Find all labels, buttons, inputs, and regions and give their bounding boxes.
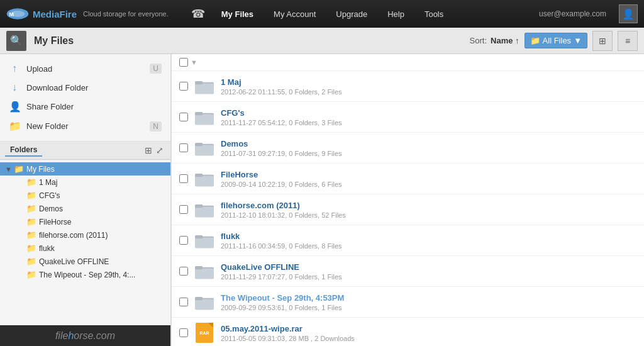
- row-checkbox-quakelive[interactable]: [179, 267, 188, 276]
- tree-item-flukk[interactable]: 📁 flukk: [0, 242, 170, 255]
- tree-item-demos[interactable]: 📁 Demos: [0, 202, 170, 215]
- view-grid-button[interactable]: ⊞: [592, 31, 613, 51]
- tree-item-filehorse[interactable]: 📁 FileHorse: [0, 215, 170, 228]
- tree-item-1-maj[interactable]: 📁 1 Maj: [0, 176, 170, 189]
- download-folder-label: Download Folder: [26, 83, 88, 92]
- file-row: The Wipeout - Sep 29th, 4:53PM 2009-09-2…: [172, 287, 644, 318]
- sidebar-action-share-folder[interactable]: 👤 Share Folder: [0, 97, 170, 116]
- view-list-button[interactable]: ≡: [618, 31, 638, 51]
- sidebar-action-download-folder[interactable]: ↓ Download Folder: [0, 78, 170, 97]
- file-meta-filehorse: 2009-09-14 10:22:19, 0 Folders, 6 Files: [221, 181, 636, 188]
- row-checkbox-filehorse[interactable]: [179, 174, 188, 183]
- nav-upgrade[interactable]: Upgrade: [332, 7, 371, 21]
- tree-item-filehorse-2011[interactable]: 📁 filehorse.com (2011): [0, 228, 170, 242]
- file-meta-demos: 2011-07-31 09:27:19, 0 Folders, 9 Files: [221, 150, 636, 157]
- folder-icon-my-files: 📁: [14, 164, 24, 174]
- svg-rect-17: [195, 204, 203, 208]
- svg-rect-13: [195, 176, 214, 187]
- file-row: 1 Maj 2012-06-22 01:11:55, 0 Folders, 2 …: [172, 71, 644, 102]
- tree-expand-my-files: ▼: [5, 165, 11, 173]
- svg-rect-26: [195, 297, 203, 300]
- tree-item-quakelive[interactable]: 📁 QuakeLive OFFLINE: [0, 255, 170, 268]
- rar-icon-rar-file: RAR: [194, 323, 214, 343]
- phone-icon: ☎: [191, 7, 205, 21]
- row-checkbox-flukk[interactable]: [179, 236, 188, 245]
- file-row: QuakeLive OFFLINE 2011-11-29 17:07:27, 0…: [172, 256, 644, 287]
- svg-rect-20: [195, 235, 203, 238]
- file-info-rar-file: 05.may.2011-wipe.rar 2011-05-05 09:31:03…: [221, 324, 636, 342]
- upload-label: Upload: [26, 64, 52, 74]
- file-name-cfgs[interactable]: CFG's: [221, 108, 636, 118]
- file-name-demos[interactable]: Demos: [221, 139, 636, 148]
- filter-dropdown[interactable]: 📁 All Files ▼: [525, 33, 587, 48]
- folder-icon-filehorse-2011: 📁: [26, 230, 36, 240]
- file-info-filehorse-2011: filehorse.com (2011) 2011-12-10 18:01:32…: [221, 201, 636, 219]
- sidebar-action-new-folder[interactable]: 📁 New Folder N: [0, 116, 170, 136]
- file-name-filehorse[interactable]: FileHorse: [221, 170, 636, 179]
- folder-icon-filehorse: [194, 169, 214, 189]
- svg-rect-25: [195, 299, 214, 310]
- sort-value[interactable]: Name ↑: [491, 36, 519, 45]
- svg-rect-5: [195, 81, 203, 84]
- file-info-cfgs: CFG's 2011-11-27 05:54:12, 0 Folders, 3 …: [221, 108, 636, 126]
- tree-item-cfgs[interactable]: 📁 CFG's: [0, 189, 170, 202]
- sort-area: Sort: Name ↑: [470, 36, 519, 45]
- folder-icon-1-maj: [194, 76, 214, 96]
- folder-icon-1-maj: 📁: [26, 177, 36, 187]
- sidebar-actions: ↑ Upload U ↓ Download Folder 👤 Share Fol…: [0, 54, 170, 142]
- folders-panel: Folders ⊞ ⤢ ▼ 📁 My Files 📁 1 Maj 📁 CFG's…: [0, 142, 170, 325]
- tree-item-my-files[interactable]: ▼ 📁 My Files: [0, 162, 170, 176]
- nav-my-files[interactable]: My Files: [218, 7, 257, 21]
- new-folder-shortcut: N: [150, 121, 162, 131]
- row-checkbox-filehorse-2011[interactable]: [179, 205, 188, 214]
- nav-help[interactable]: Help: [384, 7, 408, 21]
- file-row: flukk 2011-11-16 00:34:59, 0 Folders, 8 …: [172, 225, 644, 256]
- user-avatar[interactable]: 👤: [619, 4, 638, 23]
- folder-icon-flukk: 📁: [26, 243, 36, 253]
- upload-icon: ↑: [9, 63, 20, 74]
- file-row: RAR 05.may.2011-wipe.rar 2011-05-05 09:3…: [172, 318, 644, 346]
- checkbox-dropdown[interactable]: ▼: [191, 59, 197, 66]
- file-name-filehorse-2011[interactable]: filehorse.com (2011): [221, 201, 636, 210]
- folders-tab[interactable]: Folders: [5, 144, 42, 157]
- svg-text:M: M: [9, 11, 14, 18]
- file-name-quakelive[interactable]: QuakeLive OFFLINE: [221, 262, 636, 272]
- file-meta-quakelive: 2011-11-29 17:07:27, 0 Folders, 1 Files: [221, 273, 636, 281]
- file-name-flukk[interactable]: flukk: [221, 232, 636, 241]
- sidebar-action-upload[interactable]: ↑ Upload U: [0, 59, 170, 78]
- row-checkbox-rar-file[interactable]: [179, 328, 188, 337]
- row-checkbox-1-maj[interactable]: [179, 82, 188, 91]
- file-meta-wipeout: 2009-09-29 09:53:61, 0 Folders, 1 Files: [221, 304, 636, 311]
- file-name-1-maj[interactable]: 1 Maj: [221, 77, 636, 87]
- folder-expand-button[interactable]: ⤢: [154, 144, 165, 157]
- row-checkbox-wipeout[interactable]: [179, 298, 188, 306]
- logo-area: M MediaFire Cloud storage for everyone.: [6, 7, 169, 21]
- tree-label-cfgs: CFG's: [39, 191, 60, 200]
- watermark-text: filehorse.com: [55, 330, 115, 341]
- file-name-rar-file[interactable]: 05.may.2011-wipe.rar: [221, 324, 636, 333]
- row-checkbox-cfgs[interactable]: [179, 113, 188, 121]
- nav-tools[interactable]: Tools: [421, 7, 447, 21]
- select-all-checkbox[interactable]: [179, 58, 188, 67]
- file-row: CFG's 2011-11-27 05:54:12, 0 Folders, 3 …: [172, 102, 644, 133]
- folder-icon-filehorse: 📁: [26, 217, 36, 226]
- nav-my-account[interactable]: My Account: [270, 7, 319, 21]
- upload-shortcut: U: [150, 64, 162, 74]
- tree-item-wipeout[interactable]: 📁 The Wipeout - Sep 29th, 4:...: [0, 268, 170, 281]
- tree-label-demos: Demos: [39, 204, 63, 213]
- tree-label-quakelive: QuakeLive OFFLINE: [39, 257, 109, 266]
- row-checkbox-demos[interactable]: [179, 143, 188, 152]
- file-info-1-maj: 1 Maj 2012-06-22 01:11:55, 0 Folders, 2 …: [221, 77, 636, 96]
- search-button[interactable]: 🔍: [6, 31, 26, 51]
- filter-label: All Files: [543, 36, 572, 45]
- sort-label: Sort:: [470, 36, 487, 45]
- file-info-filehorse: FileHorse 2009-09-14 10:22:19, 0 Folders…: [221, 170, 636, 188]
- folder-icon-wipeout: [194, 292, 214, 312]
- svg-rect-16: [195, 207, 214, 218]
- folder-icon-flukk: [194, 230, 214, 250]
- folder-grid-view-button[interactable]: ⊞: [143, 144, 154, 157]
- file-name-wipeout[interactable]: The Wipeout - Sep 29th, 4:53PM: [221, 293, 636, 303]
- file-meta-flukk: 2011-11-16 00:34:59, 0 Folders, 8 Files: [221, 242, 636, 250]
- svg-rect-10: [195, 145, 214, 156]
- folder-icon-demos: [194, 138, 214, 158]
